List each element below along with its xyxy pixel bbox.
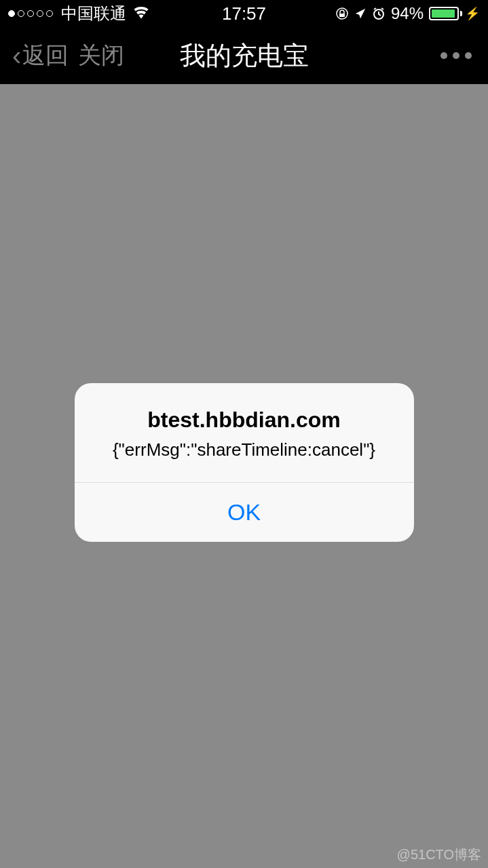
more-icon [453, 52, 459, 59]
back-button[interactable]: ‹ 返回 [12, 40, 69, 71]
nav-left: ‹ 返回 关闭 [12, 40, 124, 71]
location-icon [354, 7, 367, 20]
alert-dialog: btest.hbbdian.com {"errMsg":"shareTimeli… [75, 383, 414, 542]
watermark: @51CTO博客 [397, 846, 481, 864]
status-bar: 中国联通 17:57 94% [0, 0, 488, 27]
svg-rect-1 [339, 14, 345, 17]
more-icon [465, 52, 472, 59]
wifi-icon [132, 4, 151, 23]
status-right: 94% ⚡ [335, 4, 480, 23]
content-area: btest.hbbdian.com {"errMsg":"shareTimeli… [0, 84, 488, 868]
page-title: 我的充电宝 [180, 39, 309, 73]
alarm-icon [372, 7, 386, 20]
back-label: 返回 [22, 40, 69, 71]
more-button[interactable] [440, 52, 472, 59]
alert-actions: OK [75, 482, 414, 542]
alert-overlay: btest.hbbdian.com {"errMsg":"shareTimeli… [0, 84, 488, 868]
alert-message: {"errMsg":"shareTimeline:cancel"} [94, 439, 395, 460]
orientation-lock-icon [335, 7, 349, 20]
status-time: 17:57 [222, 3, 266, 24]
battery-icon: ⚡ [429, 6, 480, 21]
alert-body: btest.hbbdian.com {"errMsg":"shareTimeli… [75, 383, 414, 482]
close-label: 关闭 [78, 42, 124, 68]
status-left: 中国联通 [8, 3, 151, 24]
carrier-label: 中国联通 [61, 3, 126, 24]
charging-icon: ⚡ [465, 6, 480, 21]
ok-button[interactable]: OK [75, 483, 414, 542]
more-icon [440, 52, 447, 59]
navigation-bar: ‹ 返回 关闭 我的充电宝 [0, 27, 488, 84]
alert-title: btest.hbbdian.com [94, 408, 395, 433]
signal-strength-icon [8, 10, 53, 17]
chevron-left-icon: ‹ [12, 42, 21, 69]
close-button[interactable]: 关闭 [78, 40, 124, 71]
battery-percent: 94% [391, 4, 424, 23]
